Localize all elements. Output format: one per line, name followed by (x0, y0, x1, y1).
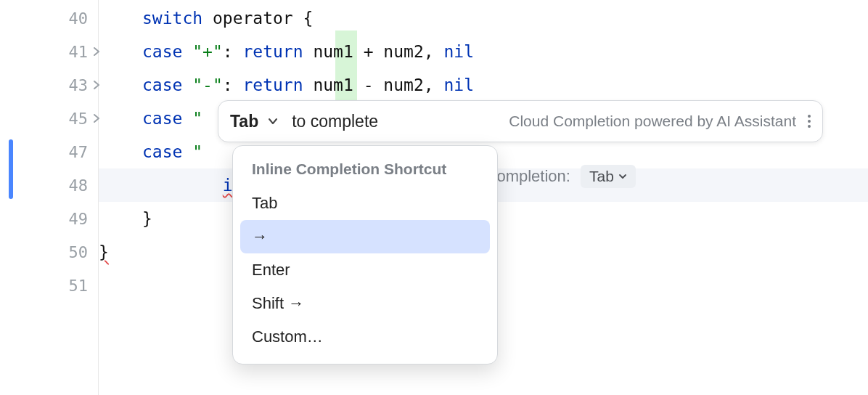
line-number: 50 (69, 243, 89, 261)
gutter-row: 48 (0, 168, 98, 202)
gutter-row: 50 (0, 235, 98, 269)
nil-literal: nil (443, 42, 474, 61)
keyword: switch (142, 9, 202, 28)
menu-item-shift-right[interactable]: Shift → (240, 287, 490, 320)
nil-literal: nil (443, 76, 474, 94)
gutter-row: 47 (0, 135, 98, 168)
more-icon[interactable] (808, 115, 811, 128)
code-line[interactable]: switch operator { (99, 1, 868, 35)
pill-label: Tab (589, 168, 614, 185)
brace-error: } (99, 243, 109, 261)
menu-item-right-arrow[interactable]: → (240, 220, 490, 253)
line-number: 48 (69, 176, 89, 195)
editor: 40 41 43 45 47 48 49 (0, 0, 868, 395)
string-literal: "-" (182, 76, 222, 94)
toolbar-shortcut-group[interactable]: Tab to complete (230, 112, 378, 131)
menu-item-tab[interactable]: Tab (240, 187, 490, 220)
line-number: 41 (69, 43, 89, 61)
line-number: 43 (69, 76, 89, 94)
chevron-down-icon[interactable] (267, 115, 279, 127)
keyword: case (142, 42, 182, 61)
gutter-row: 41 (0, 35, 98, 68)
line-number: 49 (69, 210, 89, 228)
gutter-row: 49 (0, 202, 98, 235)
line-number: 51 (69, 277, 89, 295)
gutter: 40 41 43 45 47 48 49 (0, 0, 99, 395)
toolbar-shortcut-label: Tab (230, 112, 258, 131)
toolbar-cloud-text: Cloud Completion powered by AI Assistant (509, 113, 796, 130)
menu-item-custom[interactable]: Custom… (240, 320, 490, 354)
menu-header: Inline Completion Shortcut (240, 156, 490, 187)
string-literal: "+" (182, 42, 222, 61)
code-text: num1 - num2, (303, 76, 444, 94)
completion-hint-bar: r completion: Tab (479, 160, 636, 193)
code-text: num1 + num2, (303, 42, 444, 61)
menu-item-enter[interactable]: Enter (240, 253, 490, 287)
shortcut-menu: Inline Completion Shortcut Tab → Enter S… (232, 145, 498, 365)
code-text: operator { (202, 9, 313, 28)
keyword: return (242, 42, 303, 61)
keyword: case (142, 142, 182, 161)
keyword: case (142, 109, 182, 128)
keyword: return (242, 76, 303, 94)
string-literal: " (182, 109, 202, 128)
line-number: 45 (69, 110, 89, 128)
line-number: 40 (69, 9, 89, 28)
toolbar-to-complete: to complete (292, 112, 378, 131)
code-text: : (223, 42, 243, 61)
shortcut-pill[interactable]: Tab (581, 165, 636, 188)
gutter-row: 51 (0, 269, 98, 302)
code-indent (142, 176, 223, 195)
code-text: : (223, 76, 243, 94)
gutter-row: 45 (0, 102, 98, 135)
gutter-row: 40 (0, 1, 98, 35)
brace: } (142, 209, 152, 228)
completion-toolbar: Tab to complete Cloud Completion powered… (218, 100, 823, 142)
gutter-row: 43 (0, 68, 98, 102)
string-literal: " (182, 142, 202, 161)
keyword: case (142, 76, 182, 94)
code-line[interactable]: case "+": return num1 + num2, nil (99, 35, 868, 68)
code-line[interactable]: case "-": return num1 - num2, nil (99, 68, 868, 102)
line-number: 47 (69, 143, 89, 161)
chevron-down-icon (618, 172, 627, 181)
